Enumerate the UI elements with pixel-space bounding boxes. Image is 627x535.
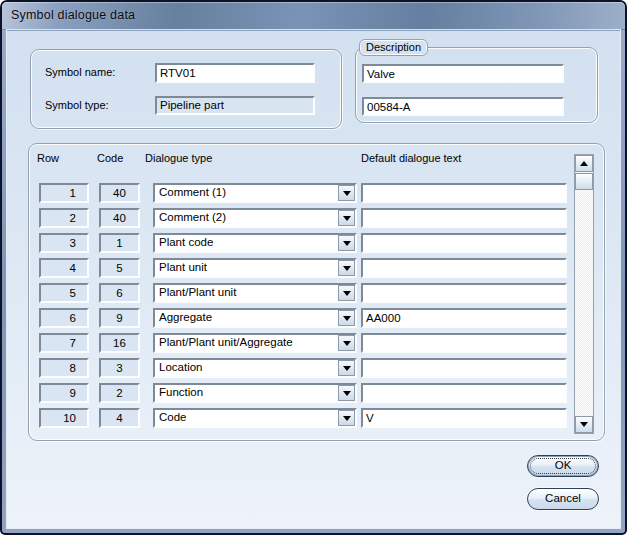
row-number-field: 4: [39, 258, 89, 278]
table-row: 10 4 Code: [29, 408, 606, 428]
row-number-field: 1: [39, 183, 89, 203]
code-field: 4: [99, 408, 140, 428]
code-field: 5: [99, 258, 140, 278]
dialogue-type-value: Plant unit: [159, 261, 335, 273]
table-row: 1 40 Comment (1): [29, 183, 606, 203]
chevron-down-icon: [343, 316, 351, 321]
dropdown-button[interactable]: [338, 335, 355, 351]
table-row: 9 2 Function: [29, 383, 606, 403]
dialogue-type-combobox[interactable]: Comment (1): [153, 183, 357, 203]
code-field: 40: [99, 183, 140, 203]
cancel-button[interactable]: Cancel: [527, 488, 599, 510]
table-row: 2 40 Comment (2): [29, 208, 606, 228]
symbol-type-field: Pipeline part: [155, 96, 315, 115]
header-row: Row: [37, 152, 59, 164]
default-text-input[interactable]: [361, 358, 567, 378]
dialogue-type-value: Comment (1): [159, 186, 335, 198]
dialogue-type-combobox[interactable]: Plant unit: [153, 258, 357, 278]
dialog-window: Symbol dialogue data Symbol name: Symbol…: [0, 0, 627, 535]
dropdown-button[interactable]: [338, 185, 355, 201]
default-text-input[interactable]: [361, 233, 567, 253]
default-text-input[interactable]: [361, 308, 567, 328]
ok-button[interactable]: OK: [527, 455, 599, 477]
row-number-field: 8: [39, 358, 89, 378]
scrollbar-thumb[interactable]: [575, 173, 593, 190]
chevron-down-icon: [343, 391, 351, 396]
symbol-type-label: Symbol type:: [45, 99, 109, 111]
header-dialogue-type: Dialogue type: [145, 152, 212, 164]
default-text-input[interactable]: [361, 183, 567, 203]
table-row: 7 16 Plant/Plant unit/Aggregate: [29, 333, 606, 353]
default-text-input[interactable]: [361, 333, 567, 353]
table-row: 4 5 Plant unit: [29, 258, 606, 278]
dialogue-type-value: Code: [159, 411, 335, 423]
dialogue-type-combobox[interactable]: Comment (2): [153, 208, 357, 228]
dialogue-type-value: Plant code: [159, 236, 335, 248]
default-text-input[interactable]: [361, 258, 567, 278]
dialogue-type-value: Comment (2): [159, 211, 335, 223]
dialogue-type-combobox[interactable]: Plant/Plant unit: [153, 283, 357, 303]
table-scrollbar[interactable]: [574, 154, 594, 434]
row-number-field: 3: [39, 233, 89, 253]
title-bar[interactable]: Symbol dialogue data: [2, 2, 625, 30]
dropdown-button[interactable]: [338, 260, 355, 276]
code-field: 2: [99, 383, 140, 403]
code-field: 3: [99, 358, 140, 378]
symbol-name-label: Symbol name:: [45, 66, 115, 78]
dropdown-button[interactable]: [338, 410, 355, 426]
dialogue-type-value: Aggregate: [159, 311, 335, 323]
dialog-client-area: Symbol name: Symbol type: Pipeline part …: [7, 30, 620, 528]
dropdown-button[interactable]: [338, 285, 355, 301]
dropdown-button[interactable]: [338, 360, 355, 376]
chevron-down-icon: [343, 366, 351, 371]
code-field: 9: [99, 308, 140, 328]
row-number-field: 6: [39, 308, 89, 328]
description-groupbox: Description: [355, 47, 598, 123]
dropdown-button[interactable]: [338, 235, 355, 251]
code-field: 1: [99, 233, 140, 253]
code-field: 16: [99, 333, 140, 353]
default-text-input[interactable]: [361, 283, 567, 303]
default-text-input[interactable]: [361, 208, 567, 228]
dialogue-type-combobox[interactable]: Aggregate: [153, 308, 357, 328]
dropdown-button[interactable]: [338, 310, 355, 326]
table-row: 6 9 Aggregate: [29, 308, 606, 328]
dialogue-type-value: Plant/Plant unit/Aggregate: [159, 336, 335, 348]
table-row: 5 6 Plant/Plant unit: [29, 283, 606, 303]
dialogue-type-combobox[interactable]: Code: [153, 408, 357, 428]
description-line1-input[interactable]: [362, 64, 564, 83]
dialogue-type-value: Location: [159, 361, 335, 373]
chevron-down-icon: [343, 291, 351, 296]
chevron-down-icon: [343, 266, 351, 271]
chevron-down-icon: [343, 416, 351, 421]
scroll-down-button[interactable]: [575, 416, 593, 433]
row-number-field: 10: [39, 408, 89, 428]
dialogue-type-value: Function: [159, 386, 335, 398]
dropdown-button[interactable]: [338, 210, 355, 226]
table-row: 8 3 Location: [29, 358, 606, 378]
scroll-up-button[interactable]: [575, 155, 593, 172]
description-group-title: Description: [359, 39, 428, 56]
description-line2-input[interactable]: [362, 97, 564, 116]
chevron-down-icon: [343, 341, 351, 346]
symbol-name-input[interactable]: [155, 63, 315, 83]
window-title: Symbol dialogue data: [11, 8, 135, 22]
row-number-field: 7: [39, 333, 89, 353]
row-number-field: 9: [39, 383, 89, 403]
dialogue-type-combobox[interactable]: Function: [153, 383, 357, 403]
dialogue-type-combobox[interactable]: Location: [153, 358, 357, 378]
chevron-down-icon: [343, 241, 351, 246]
scroll-down-icon: [580, 422, 588, 427]
dialogue-type-combobox[interactable]: Plant code: [153, 233, 357, 253]
dropdown-button[interactable]: [338, 385, 355, 401]
header-default-text: Default dialogue text: [361, 152, 461, 164]
default-text-input[interactable]: [361, 383, 567, 403]
row-number-field: 5: [39, 283, 89, 303]
dialogue-type-value: Plant/Plant unit: [159, 286, 335, 298]
default-text-input[interactable]: [361, 408, 567, 428]
row-number-field: 2: [39, 208, 89, 228]
table-row: 3 1 Plant code: [29, 233, 606, 253]
chevron-down-icon: [343, 191, 351, 196]
code-field: 40: [99, 208, 140, 228]
dialogue-type-combobox[interactable]: Plant/Plant unit/Aggregate: [153, 333, 357, 353]
